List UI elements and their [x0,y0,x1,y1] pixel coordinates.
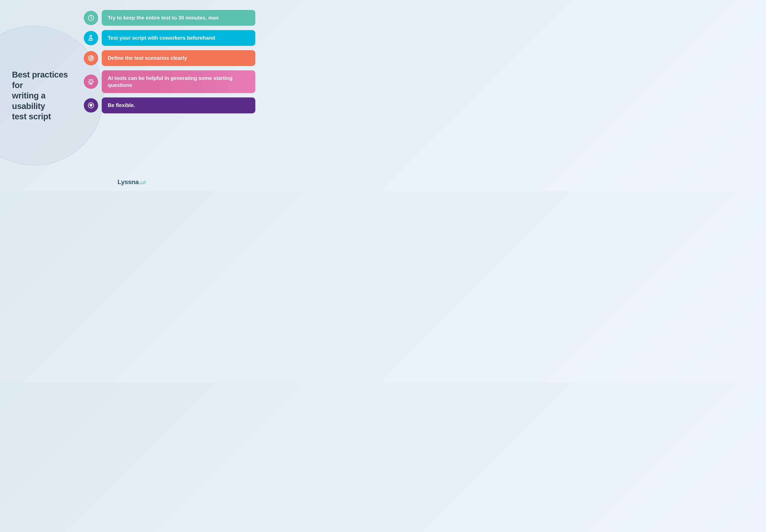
tip-text-3: Define the test scenarios clearly [108,55,187,61]
left-panel: Best practices for writing a usability t… [12,70,80,122]
tip-row-3: Define the test scenarios clearly [84,50,255,66]
tip-card-2: Test your script with coworkers beforeha… [102,30,255,46]
svg-point-1 [90,15,90,15]
tip-card-4: AI tools can be helpful in generating so… [102,70,255,93]
tip-text-2: Test your script with coworkers beforeha… [108,35,215,41]
bulb-icon [84,75,98,89]
tip-row-4: AI tools can be helpful in generating so… [84,70,255,93]
main-title: Best practices for writing a usability t… [12,70,80,122]
tip-row-1: Try to keep the entire test to 30 minute… [84,10,255,26]
svg-point-4 [90,39,91,40]
tips-panel: Try to keep the entire test to 30 minute… [84,10,255,113]
flask-icon [84,31,98,45]
target-icon [84,51,98,65]
tip-row-2: Test your script with coworkers beforeha… [84,30,255,46]
tip-card-1: Try to keep the entire test to 30 minute… [102,10,255,26]
tip-card-3: Define the test scenarios clearly [102,50,255,66]
brand-name: Lyssna [117,178,139,186]
brand-footer: Lyssna ɯll [117,178,146,186]
tip-row-5: Be flexible. [84,97,255,113]
heart-icon [84,98,98,113]
svg-point-2 [91,15,92,15]
brand-wave: ɯll [139,180,146,185]
svg-point-5 [91,39,92,39]
tip-card-5: Be flexible. [102,97,255,113]
tip-text-1: Try to keep the entire test to 30 minute… [108,15,219,21]
tip-text-5: Be flexible. [108,102,135,108]
tip-text-4: AI tools can be helpful in generating so… [108,75,233,88]
clock-icon [84,11,98,25]
